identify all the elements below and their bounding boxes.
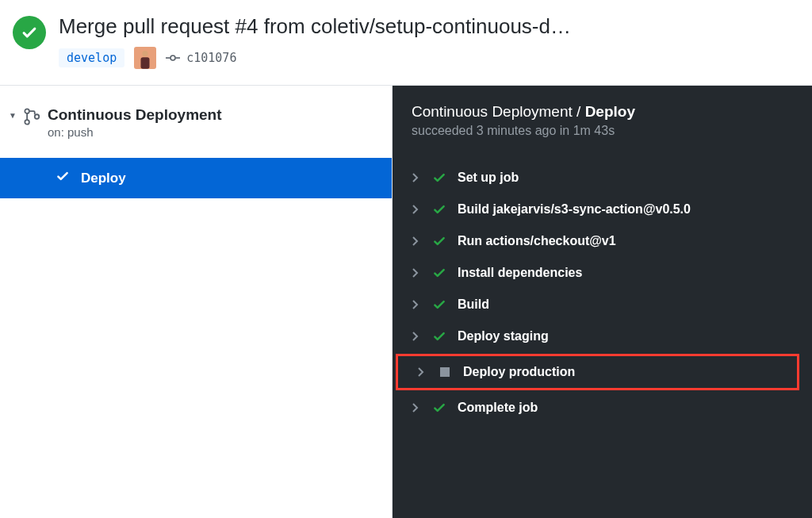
step-row[interactable]: Build [393, 289, 812, 320]
workflow-sidebar: ▼ Continuous Deployment on: push Deploy [0, 86, 393, 518]
svg-point-5 [25, 109, 29, 113]
chevron-right-icon [417, 367, 427, 377]
step-label: Deploy production [463, 365, 575, 379]
step-label: Deploy staging [458, 329, 549, 343]
step-row[interactable]: Complete job [393, 392, 812, 424]
svg-point-0 [143, 51, 148, 56]
caret-down-icon: ▼ [8, 111, 17, 120]
chevron-right-icon [412, 173, 421, 182]
step-label: Run actions/checkout@v1 [458, 234, 616, 248]
success-icon [13, 16, 46, 49]
step-label: Complete job [458, 401, 538, 415]
avatar[interactable] [134, 47, 156, 69]
step-row[interactable]: Build jakejarvis/s3-sync-action@v0.5.0 [393, 194, 812, 225]
run-header: Merge pull request #4 from coletiv/setup… [0, 0, 812, 86]
check-icon [432, 234, 446, 248]
status-line: succeeded 3 minutes ago in 1m 43s [393, 121, 812, 138]
check-icon [56, 169, 70, 187]
step-row[interactable]: Install dependencies [393, 257, 812, 289]
breadcrumb: Continuous Deployment / Deploy [393, 103, 812, 121]
workflow-icon [24, 108, 41, 128]
job-detail-panel: Continuous Deployment / Deploy succeeded… [393, 86, 812, 518]
step-row[interactable]: Set up job [393, 162, 812, 194]
step-label: Build [458, 297, 489, 312]
chevron-right-icon [412, 268, 421, 278]
check-icon [432, 297, 446, 312]
breadcrumb-parent[interactable]: Continuous Deployment [412, 103, 573, 120]
commit-link[interactable]: c101076 [166, 51, 236, 65]
workflow-trigger: on: push [48, 125, 222, 139]
workflow-name: Continuous Deployment [48, 106, 222, 124]
check-icon [432, 266, 446, 280]
run-title: Merge pull request #4 from coletiv/setup… [59, 14, 799, 39]
check-icon [432, 171, 446, 185]
chevron-right-icon [412, 403, 421, 412]
skipped-icon [438, 365, 452, 379]
chevron-right-icon [412, 236, 421, 246]
highlighted-step: Deploy production [396, 354, 799, 390]
step-label: Build jakejarvis/s3-sync-action@v0.5.0 [458, 202, 691, 217]
svg-point-6 [25, 120, 29, 125]
step-list: Set up job Build jakejarvis/s3-sync-acti… [393, 162, 812, 424]
step-label: Set up job [458, 171, 519, 185]
breadcrumb-current: Deploy [585, 103, 635, 120]
chevron-right-icon [412, 332, 421, 341]
commit-sha: c101076 [186, 51, 236, 65]
step-label: Install dependencies [458, 266, 582, 280]
check-icon [432, 202, 446, 217]
svg-point-2 [170, 56, 175, 60]
svg-point-7 [35, 114, 40, 119]
svg-rect-1 [141, 57, 150, 69]
step-row[interactable]: Run actions/checkout@v1 [393, 225, 812, 257]
workflow-header[interactable]: ▼ Continuous Deployment on: push [0, 100, 392, 147]
job-name: Deploy [81, 171, 126, 186]
commit-icon [166, 52, 180, 64]
chevron-right-icon [412, 205, 421, 214]
step-row[interactable]: Deploy staging [393, 320, 812, 352]
branch-label[interactable]: develop [59, 48, 124, 67]
check-icon [432, 329, 446, 343]
chevron-right-icon [412, 300, 421, 309]
check-icon [432, 401, 446, 415]
step-row[interactable]: Deploy production [398, 356, 797, 388]
job-item-deploy[interactable]: Deploy [0, 158, 392, 198]
